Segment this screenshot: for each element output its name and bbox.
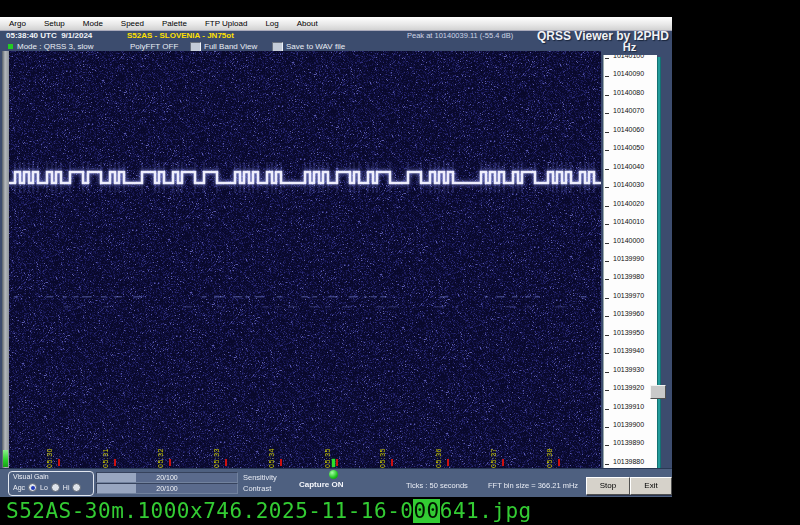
freq-tick [605, 76, 609, 77]
freq-label: 10140030 [613, 181, 644, 188]
freq-label: 10139900 [613, 421, 644, 428]
freq-tick [605, 150, 609, 151]
freq-tick [605, 187, 609, 188]
sensitivity-label: Sensitivity [243, 473, 277, 482]
time-tick [502, 459, 504, 466]
freq-label: 10139950 [613, 329, 644, 336]
time-tick [280, 459, 282, 466]
freq-label: 10139880 [613, 458, 644, 465]
visual-gain-group: Visual Gain Agc Lo Hi [8, 471, 94, 496]
freq-label: 10139970 [613, 292, 644, 299]
menu-item-ftp-upload[interactable]: FTP Upload [196, 17, 257, 30]
visual-gain-label: Visual Gain [13, 473, 49, 480]
capture-filename: S52AS-30m.1000x746.2025-11-16-000641.jpg [6, 499, 532, 523]
time-tick [391, 459, 393, 466]
freq-tick [605, 58, 609, 59]
waterfall-display [9, 51, 601, 468]
frequency-slider-track[interactable] [657, 57, 661, 470]
polyfft-status: PolyFFT OFF [130, 42, 178, 51]
screen: ArgoSetupModeSpeedPaletteFTP UploadLogAb… [0, 0, 800, 525]
peak-readout: Peak at 10140039.11 (-55.4 dB) [407, 31, 513, 40]
mode-status: Mode : QRSS 3, slow [17, 42, 93, 51]
freq-tick [605, 390, 609, 391]
lo-label: Lo [40, 484, 48, 491]
contrast-value: 20/100 [97, 485, 237, 492]
time-tick [58, 459, 60, 466]
freq-tick [605, 169, 609, 170]
freq-label: 10139890 [613, 439, 644, 446]
freq-label: 10140020 [613, 200, 644, 207]
frequency-scale: 1014010010140090101400801014007010140060… [603, 55, 657, 470]
stop-button[interactable]: Stop [586, 477, 630, 495]
freq-tick [605, 224, 609, 225]
hi-radio[interactable] [72, 483, 81, 492]
running-indicator [8, 44, 13, 49]
contrast-label: Contrast [243, 484, 271, 493]
left-frame [2, 51, 9, 468]
freq-label: 10139940 [613, 347, 644, 354]
freq-tick [605, 427, 609, 428]
freq-label: 10140100 [613, 55, 644, 59]
exit-button[interactable]: Exit [630, 477, 672, 495]
freq-tick [605, 113, 609, 114]
freq-tick [605, 132, 609, 133]
menu-item-palette[interactable]: Palette [153, 17, 196, 30]
time-tick [558, 459, 560, 466]
freq-tick [605, 279, 609, 280]
lo-radio[interactable] [51, 483, 60, 492]
control-panel: Visual Gain Agc Lo Hi 20/100 20/100 Sens… [0, 468, 672, 497]
menu-item-mode[interactable]: Mode [74, 17, 112, 30]
frequency-slider-thumb[interactable] [650, 385, 666, 399]
freq-label: 10140010 [613, 218, 644, 225]
freq-tick [605, 372, 609, 373]
freq-label: 10139920 [613, 384, 644, 391]
freq-tick [605, 298, 609, 299]
time-tick [225, 459, 227, 466]
freq-label: 10140090 [613, 70, 644, 77]
freq-tick [605, 206, 609, 207]
contrast-slider[interactable]: 20/100 [96, 483, 238, 494]
ticks-info: Ticks : 50 seconds [406, 481, 468, 490]
freq-label: 10140070 [613, 107, 644, 114]
freq-label: 10140040 [613, 163, 644, 170]
freq-label: 10140050 [613, 144, 644, 151]
argo-qrss-viewer-window: ArgoSetupModeSpeedPaletteFTP UploadLogAb… [0, 17, 672, 497]
menu-item-about[interactable]: About [288, 17, 327, 30]
freq-tick [605, 353, 609, 354]
agc-radio[interactable] [28, 483, 37, 492]
time-tick [447, 459, 449, 466]
menu-item-log[interactable]: Log [256, 17, 287, 30]
freq-tick [605, 243, 609, 244]
freq-tick [605, 316, 609, 317]
input-level-meter [3, 450, 8, 467]
time-tick [114, 459, 116, 466]
time-tick [336, 459, 338, 466]
freq-label: 10140000 [613, 237, 644, 244]
save-wav-label: Save to WAV file [286, 42, 345, 51]
freq-tick [605, 261, 609, 262]
hi-label: Hi [63, 484, 70, 491]
menu-item-argo[interactable]: Argo [0, 17, 35, 30]
freq-tick [605, 464, 609, 465]
full-band-view-label: Full Band View [204, 42, 257, 51]
hz-unit-label: Hz [603, 41, 656, 53]
station-callsign: S52AS - SLOVENIA - JN75ot [127, 31, 234, 40]
capture-status: Capture ON [299, 480, 343, 489]
menu-item-setup[interactable]: Setup [35, 17, 74, 30]
current-time-marker [332, 459, 335, 467]
agc-label: Agc [13, 484, 25, 491]
sensitivity-slider[interactable]: 20/100 [96, 472, 238, 483]
fft-bin-info: FFT bin size = 366.21 mHz [488, 481, 578, 490]
sensitivity-value: 20/100 [97, 474, 237, 481]
menu-item-speed[interactable]: Speed [112, 17, 153, 30]
freq-label: 10139990 [613, 255, 644, 262]
freq-label: 10139960 [613, 310, 644, 317]
freq-tick [605, 335, 609, 336]
freq-tick [605, 445, 609, 446]
freq-label: 10140060 [613, 126, 644, 133]
freq-tick [605, 95, 609, 96]
freq-label: 10139930 [613, 366, 644, 373]
freq-label: 10140080 [613, 89, 644, 96]
freq-label: 10139910 [613, 403, 644, 410]
time-tick [169, 459, 171, 466]
